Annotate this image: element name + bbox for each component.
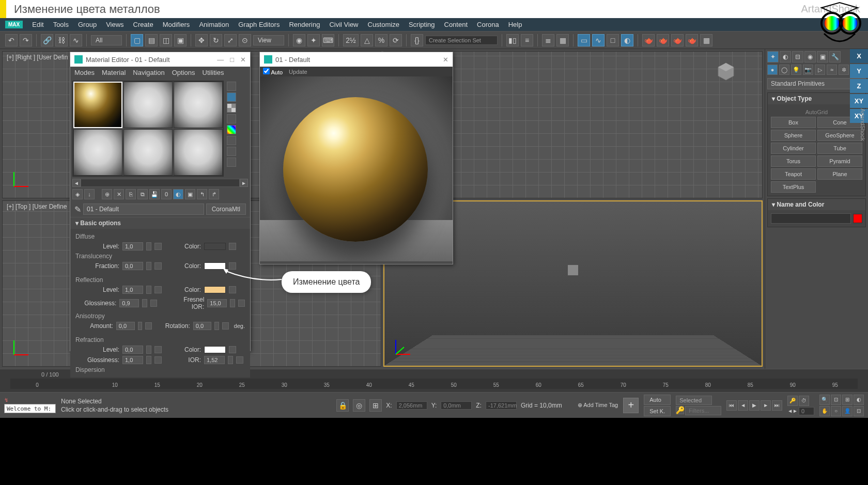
close-icon[interactable]: ✕ <box>443 56 448 64</box>
current-frame-input[interactable]: 0 <box>799 407 814 415</box>
auto-checkbox[interactable] <box>263 68 270 74</box>
animation-plus-button[interactable]: + <box>623 398 639 413</box>
next-frame-icon[interactable]: ► <box>761 400 771 411</box>
material-name-dropdown[interactable]: 01 - Default <box>83 204 204 215</box>
textplus-button[interactable]: TextPlus <box>771 181 816 193</box>
assign-icon[interactable]: ⊕ <box>102 189 112 199</box>
y-constraint-tab[interactable]: Y <box>850 64 868 78</box>
menu-content[interactable]: Content <box>444 21 468 28</box>
render-setup-button[interactable]: 🫖 <box>642 34 655 46</box>
eyedropper-icon[interactable]: ✎ <box>74 205 81 214</box>
material-sample-5[interactable] <box>123 129 173 176</box>
mat-menu-utilities[interactable]: Utilities <box>203 69 224 76</box>
goto-end-icon[interactable]: ⏭ <box>772 400 782 411</box>
select-by-mat-icon[interactable] <box>227 158 236 167</box>
fresnel-ior-spinner[interactable]: 15,0 <box>207 299 227 307</box>
refraction-ior-spinner[interactable]: 1,52 <box>204 356 225 364</box>
prev-frame-icon[interactable]: ◄ <box>738 400 748 411</box>
diffuse-level-map-button[interactable] <box>154 243 162 250</box>
menu-graph-editors[interactable]: Graph Editors <box>238 21 280 28</box>
video-check-icon[interactable] <box>227 125 236 134</box>
material-sample-2[interactable] <box>123 82 173 128</box>
menu-help[interactable]: Help <box>508 21 522 28</box>
material-sample-1[interactable] <box>73 82 122 128</box>
torus-button[interactable]: Torus <box>771 155 816 167</box>
lock-icon[interactable]: 🔒 <box>336 399 349 412</box>
basic-options-header[interactable]: ▾ Basic options <box>70 217 250 229</box>
unlink-button[interactable]: ⛓ <box>55 34 68 46</box>
instance-icon[interactable]: ⧉ <box>137 189 148 199</box>
background-icon[interactable] <box>227 103 236 113</box>
mat-editor-titlebar[interactable]: Material Editor - 01 - Default — □ ✕ <box>70 52 250 67</box>
select-name-button[interactable]: ▤ <box>145 34 158 46</box>
mirror-button[interactable]: ▮▯ <box>506 34 519 46</box>
link-button[interactable]: 🔗 <box>41 34 53 46</box>
sample-type-icon[interactable] <box>227 82 236 91</box>
menu-tools[interactable]: Tools <box>53 21 69 28</box>
spinner-snap-button[interactable]: ⟳ <box>390 34 402 46</box>
play-icon[interactable]: ▶ <box>749 400 760 411</box>
layer-button[interactable]: ≣ <box>542 34 554 46</box>
zoom-extents-icon[interactable]: ⊞ <box>842 395 853 405</box>
key-selected-dropdown[interactable]: Selected <box>676 396 712 405</box>
viewcube-icon[interactable] <box>713 58 739 84</box>
refraction-level-spinner[interactable]: 0,0 <box>122 346 143 354</box>
systems-icon[interactable]: ✲ <box>839 65 849 75</box>
minimize-icon[interactable]: — <box>217 56 224 64</box>
placement-button[interactable]: ⊙ <box>239 34 251 46</box>
material-sample-4[interactable] <box>73 129 122 176</box>
material-type-button[interactable]: CoronaMtl <box>206 204 246 215</box>
menu-scripting[interactable]: Scripting <box>409 21 435 28</box>
select-region-button[interactable]: ◫ <box>160 34 172 46</box>
aniso-rotation-spinner[interactable]: 0,0 <box>193 322 212 330</box>
diffuse-level-spinner[interactable]: 1,0 <box>122 242 143 251</box>
menu-animation[interactable]: Animation <box>199 21 229 28</box>
options-icon[interactable] <box>227 147 236 156</box>
cameras-icon[interactable]: 📷 <box>803 65 813 75</box>
render-online-button[interactable]: ▦ <box>700 34 712 46</box>
pan-icon[interactable]: ✋ <box>819 406 830 416</box>
time-config-icon[interactable]: ⏱ <box>799 396 809 406</box>
go-parent-icon[interactable]: ↰ <box>197 189 207 199</box>
z-coord-input[interactable]: -17,621mm <box>486 401 517 410</box>
box-button[interactable]: Box <box>771 117 816 128</box>
save-mat-icon[interactable]: 💾 <box>149 189 160 199</box>
bind-button[interactable]: ∿ <box>70 34 82 46</box>
min-max-icon[interactable]: ⊡ <box>854 406 864 416</box>
render-button[interactable]: 🫖 <box>671 34 684 46</box>
reflection-gloss-spinner[interactable]: 0,9 <box>119 299 139 307</box>
menu-modifiers[interactable]: Modifiers <box>163 21 190 28</box>
ref-coord-dropdown[interactable]: View <box>253 35 284 45</box>
menu-customize[interactable]: Customize <box>368 21 399 28</box>
selection-set-input[interactable]: Create Selection Set <box>425 36 498 45</box>
refraction-gloss-spinner[interactable]: 1,0 <box>122 356 143 364</box>
lights-icon[interactable]: 💡 <box>791 65 801 75</box>
mat-menu-options[interactable]: Options <box>172 69 195 76</box>
pyramid-button[interactable]: Pyramid <box>817 155 862 167</box>
modify-tab[interactable]: ◐ <box>780 51 791 62</box>
timeline-ruler[interactable]: 0 10 15 20 25 30 35 40 45 50 55 60 65 70… <box>10 379 858 389</box>
x-coord-input[interactable]: 2,056mm <box>396 401 427 410</box>
close-icon[interactable]: ✕ <box>240 56 246 64</box>
ribbon-button[interactable]: ▭ <box>578 34 590 46</box>
menu-create[interactable]: Create <box>133 21 153 28</box>
z-constraint-tab[interactable]: Z <box>850 79 868 93</box>
redo-button[interactable]: ↷ <box>20 34 32 46</box>
geosphere-button[interactable]: GeoSphere <box>817 130 862 141</box>
scroll-right-icon[interactable]: ► <box>240 179 248 187</box>
cylinder-button[interactable]: Cylinder <box>771 143 816 154</box>
undo-button[interactable]: ↶ <box>5 34 18 46</box>
select-button[interactable]: ▢ <box>131 34 143 46</box>
isolate-icon[interactable]: ◎ <box>353 399 365 412</box>
material-sample-3[interactable] <box>174 82 223 128</box>
autogrid-checkbox[interactable]: AutoGrid <box>771 107 862 117</box>
plane-button[interactable]: Plane <box>817 168 862 180</box>
menu-views[interactable]: Views <box>106 21 123 28</box>
edit-selection-button[interactable]: {} <box>411 34 423 46</box>
shapes-icon[interactable]: ◯ <box>779 65 789 75</box>
translucency-fraction-spinner[interactable]: 0,0 <box>122 262 143 270</box>
key-filter-icon[interactable]: 🔑 <box>676 406 684 414</box>
goto-start-icon[interactable]: ⏮ <box>726 400 737 411</box>
mat-menu-material[interactable]: Material <box>102 69 126 76</box>
object-name-input[interactable] <box>771 213 851 224</box>
